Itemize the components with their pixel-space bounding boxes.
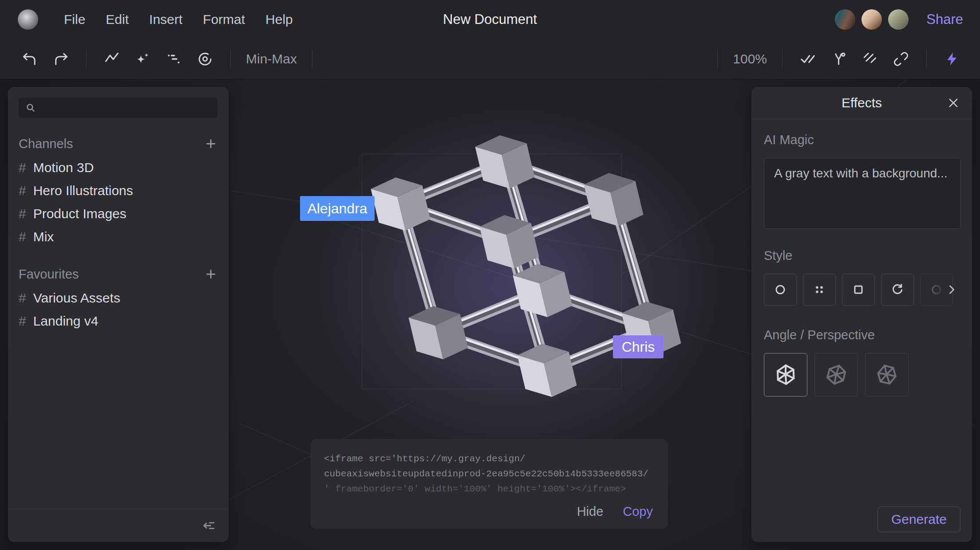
- sidebar-item-label: Hero Illustrations: [33, 183, 133, 198]
- favourites-list: #Various Assets #Landing v4: [19, 287, 218, 333]
- hash-icon: #: [19, 229, 26, 244]
- sidebar-item-various-assets[interactable]: #Various Assets: [19, 287, 218, 310]
- triple-slash-icon: [862, 51, 878, 67]
- document-title: New Document: [443, 12, 537, 28]
- undo-icon: [22, 51, 38, 67]
- angle-option-3-button[interactable]: [865, 353, 909, 397]
- toolbar: Min-Max 100%: [0, 39, 980, 79]
- copy-button[interactable]: Copy: [623, 504, 653, 519]
- menu-item-file[interactable]: File: [64, 12, 85, 27]
- effects-title: Effects: [842, 95, 882, 110]
- embed-code-line: cubeaxiswebsiteupdatedinprod-2ea95c5e22c…: [324, 467, 655, 482]
- zigzag-line-icon: [104, 51, 120, 67]
- angle-degree-icon: [831, 51, 847, 67]
- sidebar-item-label: Various Assets: [33, 291, 120, 306]
- style-label: Style: [764, 248, 960, 263]
- search-input[interactable]: [41, 100, 212, 115]
- collaborator-cursor-chris: Chris: [613, 335, 664, 358]
- ai-lightning-button[interactable]: [942, 49, 962, 69]
- embed-code-line: <iframe src='https://my.gray.design/: [324, 452, 655, 467]
- cursor-name-label: Chris: [622, 339, 655, 355]
- share-button[interactable]: Share: [926, 12, 963, 28]
- angle-options-row: [764, 353, 960, 397]
- ai-magic-input[interactable]: A gray text with a background...: [764, 158, 960, 229]
- menu-bar: File Edit Insert Format Help New Documen…: [0, 0, 980, 39]
- add-favourite-button[interactable]: [202, 265, 220, 283]
- spiral-tool-button[interactable]: [195, 49, 215, 69]
- app-logo-icon[interactable]: [18, 9, 38, 30]
- sparkles-tool-button[interactable]: [133, 49, 153, 69]
- sidebar-item-label: Motion 3D: [33, 160, 94, 175]
- style-scroll-right-button[interactable]: [944, 282, 960, 298]
- double-check-button[interactable]: [798, 49, 818, 69]
- redo-button[interactable]: [51, 49, 71, 69]
- undo-button[interactable]: [20, 49, 40, 69]
- embed-code-line: ' frameborder='0' width='100%' height='1…: [324, 482, 655, 497]
- sidebar-footer: [8, 509, 229, 542]
- sidebar-item-label: Mix: [33, 229, 54, 244]
- plus-icon: [204, 267, 217, 281]
- sidebar-item-motion-3d[interactable]: #Motion 3D: [19, 156, 218, 179]
- hash-icon: #: [19, 160, 26, 175]
- toolbar-separator: [782, 50, 782, 68]
- sparkles-icon: [135, 51, 151, 67]
- hash-icon: #: [19, 183, 26, 198]
- sidebar-item-label: Product Images: [33, 206, 126, 221]
- zoom-level[interactable]: 100%: [733, 51, 767, 67]
- angle-option-1-button[interactable]: [764, 353, 807, 397]
- motion-dashes-tool-button[interactable]: [164, 49, 184, 69]
- collaborator-avatar[interactable]: [888, 9, 909, 30]
- menu-item-format[interactable]: Format: [203, 12, 245, 27]
- style-options-row: [764, 274, 960, 306]
- effects-panel: Effects AI Magic A gray text with a back…: [751, 87, 972, 542]
- collaborator-avatar[interactable]: [835, 9, 855, 30]
- menu-item-edit[interactable]: Edit: [106, 12, 129, 27]
- angle-perspective-label: Angle / Perspective: [764, 328, 960, 342]
- angle-degree-button[interactable]: [829, 49, 849, 69]
- style-rotate-button[interactable]: [881, 274, 914, 306]
- spiral-icon: [197, 51, 213, 67]
- search-box: [19, 98, 218, 118]
- sidebar-item-product-images[interactable]: #Product Images: [19, 202, 218, 225]
- min-max-mode-label[interactable]: Min-Max: [246, 51, 297, 67]
- toolbar-separator: [86, 50, 87, 68]
- hide-button[interactable]: Hide: [577, 504, 604, 519]
- redo-icon: [53, 51, 69, 67]
- hash-icon: #: [19, 314, 26, 329]
- sidebar-item-hero-illustrations[interactable]: #Hero Illustrations: [19, 179, 218, 202]
- channels-list: #Motion 3D #Hero Illustrations #Product …: [19, 156, 218, 248]
- cursor-name-label: Alejandra: [307, 200, 367, 217]
- channels-sidebar: Channels #Motion 3D #Hero Illustrations …: [8, 87, 229, 542]
- motion-dashes-icon: [166, 51, 182, 67]
- menu-item-insert[interactable]: Insert: [149, 12, 182, 27]
- collaborator-avatar[interactable]: [861, 9, 882, 30]
- style-dots-button[interactable]: [803, 274, 836, 306]
- generate-button[interactable]: Generate: [877, 507, 960, 532]
- sidebar-item-mix[interactable]: #Mix: [19, 225, 218, 248]
- style-circle-button[interactable]: [764, 274, 797, 306]
- collapse-left-icon: [202, 519, 216, 533]
- menu-item-help[interactable]: Help: [265, 12, 293, 27]
- link-button[interactable]: [891, 49, 911, 69]
- search-icon: [25, 102, 36, 114]
- double-check-icon: [800, 51, 816, 67]
- circle-icon: [773, 283, 787, 297]
- toolbar-separator: [230, 50, 231, 68]
- toolbar-separator: [717, 50, 718, 68]
- wireframe-cube-icon: [872, 360, 902, 390]
- close-icon: [947, 97, 960, 109]
- angle-option-2-button[interactable]: [814, 353, 858, 397]
- triple-slash-button[interactable]: [860, 49, 880, 69]
- embed-code-block: <iframe src='https://my.gray.design/ cub…: [311, 439, 668, 529]
- zigzag-tool-button[interactable]: [102, 49, 122, 69]
- hash-icon: #: [19, 206, 26, 221]
- add-channel-button[interactable]: [202, 135, 220, 153]
- toolbar-separator: [312, 50, 312, 68]
- close-panel-button[interactable]: [944, 93, 963, 113]
- collapse-sidebar-button[interactable]: [199, 516, 219, 535]
- sidebar-item-landing-v4[interactable]: #Landing v4: [19, 310, 218, 333]
- hash-icon: #: [19, 291, 26, 306]
- style-square-button[interactable]: [842, 274, 875, 306]
- four-dots-icon: [812, 283, 826, 297]
- link-icon: [893, 51, 909, 67]
